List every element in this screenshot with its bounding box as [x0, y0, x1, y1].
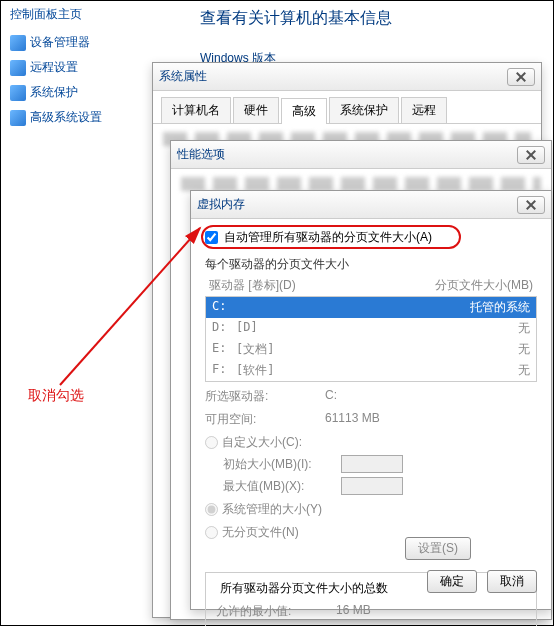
gear-icon: [10, 110, 26, 126]
sidebar-label: 设备管理器: [30, 34, 90, 51]
annotation-text: 取消勾选: [28, 387, 84, 405]
control-panel-home[interactable]: 控制面板主页: [10, 6, 82, 23]
blurred-tabs: [181, 177, 541, 191]
drive-row[interactable]: E:[文档]无: [206, 339, 536, 360]
drive-row[interactable]: D:[D]无: [206, 318, 536, 339]
selected-drive-label: 所选驱动器:: [205, 388, 325, 405]
available-space-label: 可用空间:: [205, 411, 325, 428]
close-icon: [526, 200, 536, 210]
tabs: 计算机名 硬件 高级 系统保护 远程: [153, 91, 541, 124]
sidebar-item-system-protection[interactable]: 系统保护: [10, 80, 102, 105]
virtual-memory-dialog: 虚拟内存 自动管理所有驱动器的分页文件大小(A) 每个驱动器的分页文件大小 驱动…: [190, 190, 552, 610]
close-button[interactable]: [507, 68, 535, 86]
drive-row[interactable]: F:[软件]无: [206, 360, 536, 381]
titlebar: 虚拟内存: [191, 191, 551, 219]
system-managed-label: 系统管理的大小(Y): [222, 501, 322, 518]
per-drive-label: 每个驱动器的分页文件大小: [205, 256, 537, 273]
no-pagefile-label: 无分页文件(N): [222, 524, 299, 541]
close-icon: [526, 150, 536, 160]
max-size-label: 最大值(MB)(X):: [223, 478, 333, 495]
close-button[interactable]: [517, 146, 545, 164]
dialog-title: 虚拟内存: [197, 196, 245, 213]
cancel-button[interactable]: 取消: [487, 570, 537, 593]
set-button[interactable]: 设置(S): [405, 537, 471, 560]
gear-icon: [10, 35, 26, 51]
selected-drive-value: C:: [325, 388, 337, 405]
auto-manage-checkbox[interactable]: [205, 231, 218, 244]
initial-size-input[interactable]: [341, 455, 403, 473]
auto-manage-label: 自动管理所有驱动器的分页文件大小(A): [224, 229, 432, 246]
drive-list[interactable]: C:托管的系统 D:[D]无 E:[文档]无 F:[软件]无: [205, 296, 537, 382]
custom-size-label: 自定义大小(C):: [222, 434, 302, 451]
tab-hardware[interactable]: 硬件: [233, 97, 279, 123]
initial-size-label: 初始大小(MB)(I):: [223, 456, 333, 473]
tab-system-protection[interactable]: 系统保护: [329, 97, 399, 123]
sidebar-item-device-manager[interactable]: 设备管理器: [10, 30, 102, 55]
titlebar: 性能选项: [171, 141, 551, 169]
control-panel-list: 设备管理器 远程设置 系统保护 高级系统设置: [10, 30, 102, 130]
available-space-value: 61113 MB: [325, 411, 380, 428]
system-managed-radio[interactable]: [205, 503, 218, 516]
custom-size-radio[interactable]: [205, 436, 218, 449]
dialog-title: 性能选项: [177, 146, 225, 163]
tab-advanced[interactable]: 高级: [281, 98, 327, 124]
no-pagefile-radio[interactable]: [205, 526, 218, 539]
tab-remote[interactable]: 远程: [401, 97, 447, 123]
close-button[interactable]: [517, 196, 545, 214]
min-allowed-value: 16 MB: [336, 603, 371, 620]
gear-icon: [10, 60, 26, 76]
ok-button[interactable]: 确定: [427, 570, 477, 593]
gear-icon: [10, 85, 26, 101]
dialog-title: 系统属性: [159, 68, 207, 85]
sidebar-item-advanced-system[interactable]: 高级系统设置: [10, 105, 102, 130]
sidebar-label: 高级系统设置: [30, 109, 102, 126]
max-size-input[interactable]: [341, 477, 403, 495]
titlebar: 系统属性: [153, 63, 541, 91]
tab-computer-name[interactable]: 计算机名: [161, 97, 231, 123]
sidebar-item-remote-settings[interactable]: 远程设置: [10, 55, 102, 80]
min-allowed-label: 允许的最小值:: [216, 603, 336, 620]
drive-row[interactable]: C:托管的系统: [206, 297, 536, 318]
sidebar-label: 远程设置: [30, 59, 78, 76]
close-icon: [516, 72, 526, 82]
sidebar-label: 系统保护: [30, 84, 78, 101]
page-title: 查看有关计算机的基本信息: [200, 8, 392, 29]
drive-list-header: 驱动器 [卷标](D) 分页文件大小(MB): [205, 277, 537, 294]
